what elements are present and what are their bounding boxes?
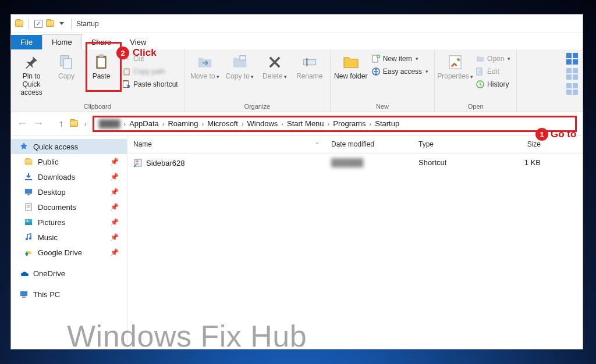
sidebar-item-downloads[interactable]: Downloads 📌 [11, 169, 127, 184]
column-header-name[interactable]: Name⌃ [127, 135, 325, 153]
tab-view[interactable]: View [120, 35, 155, 49]
svg-point-13 [375, 69, 377, 71]
nav-forward-button[interactable]: → [33, 117, 44, 130]
chevron-right-icon[interactable]: › [124, 120, 126, 127]
delete-button[interactable]: Delete▾ [258, 51, 292, 81]
copy-to-label: Copy to▾ [226, 73, 254, 81]
column-header-size[interactable]: Size [500, 135, 547, 153]
chevron-right-icon[interactable]: › [328, 120, 330, 127]
file-row[interactable]: Sidebar628 ██████ Shortcut 1 KB [127, 154, 583, 172]
column-header-type[interactable]: Type [413, 135, 500, 153]
new-folder-label: New folder [334, 73, 367, 81]
qat-dropdown-icon[interactable] [57, 19, 66, 28]
copy-path-icon: 📋 [122, 67, 131, 76]
ribbon-group-open: Properties▾ Open▾ Edit [435, 49, 517, 112]
pin-icon [22, 53, 41, 72]
sidebar-item-google-drive[interactable]: Google Drive 📌 [11, 245, 127, 260]
layout-details-icon[interactable] [566, 68, 578, 80]
edit-label: Edit [487, 67, 499, 76]
svg-rect-18 [25, 189, 32, 194]
sidebar-item-documents[interactable]: Documents 📌 [11, 199, 127, 215]
chevron-right-icon[interactable]: › [370, 120, 372, 127]
nav-back-button[interactable]: ← [17, 117, 27, 130]
breadcrumb-programs[interactable]: Programs [331, 119, 368, 128]
chevron-right-icon[interactable]: › [201, 120, 204, 127]
folder-qat-icon[interactable] [45, 19, 55, 28]
chevron-right-icon[interactable]: › [242, 120, 244, 127]
sidebar-item-pictures[interactable]: Pictures 📌 [11, 215, 127, 230]
paste-shortcut-button[interactable]: Paste shortcut [119, 78, 180, 90]
shortcut-icon [133, 158, 143, 167]
open-group-label: Open [468, 102, 484, 112]
chevron-right-icon[interactable]: › [162, 120, 165, 127]
tab-home[interactable]: Home [42, 34, 82, 49]
move-to-icon [196, 53, 214, 72]
chevron-right-icon[interactable]: › [84, 120, 87, 127]
new-folder-icon [342, 53, 360, 72]
properties-qat-icon[interactable]: ✓ [34, 19, 43, 28]
pin-to-quick-access-button[interactable]: Pin to Quick access [15, 51, 48, 97]
ribbon: Pin to Quick access Copy Paste ✂ [11, 49, 583, 112]
sidebar-item-public[interactable]: Public 📌 [11, 154, 127, 169]
svg-rect-6 [123, 81, 128, 87]
tab-file[interactable]: File [11, 35, 42, 49]
breadcrumb-user[interactable]: ████ [97, 119, 123, 128]
edit-button[interactable]: Edit [473, 66, 513, 77]
easy-access-icon [371, 67, 381, 76]
history-button[interactable]: History [473, 78, 513, 90]
chevron-right-icon[interactable]: › [281, 120, 283, 127]
sidebar-this-pc[interactable]: This PC [11, 287, 127, 302]
breadcrumb-startmenu[interactable]: Start Menu [285, 119, 327, 128]
pin-icon: 📌 [110, 188, 119, 196]
copy-label: Copy [58, 73, 74, 81]
breadcrumb-startup[interactable]: Startup [372, 119, 402, 128]
layout-content-icon[interactable] [566, 83, 578, 95]
sidebar-item-label: Downloads [38, 173, 75, 181]
open-button[interactable]: Open▾ [473, 53, 513, 65]
breadcrumb-microsoft[interactable]: Microsoft [205, 119, 240, 128]
separator [29, 19, 29, 29]
layout-preview-icon[interactable] [566, 53, 578, 65]
pin-icon: 📌 [110, 203, 119, 211]
copy-path-button[interactable]: 📋 Copy path [119, 66, 180, 77]
properties-button[interactable]: Properties▾ [438, 51, 472, 81]
delete-icon [265, 53, 284, 72]
move-to-button[interactable]: Move to▾ [188, 51, 222, 81]
sidebar-onedrive[interactable]: OneDrive [11, 266, 127, 281]
new-folder-button[interactable]: New folder [334, 51, 368, 81]
sidebar-item-music[interactable]: Music 📌 [11, 230, 127, 245]
sidebar-item-label: Quick access [33, 142, 78, 151]
breadcrumb-roaming[interactable]: Roaming [165, 119, 200, 128]
sidebar-quick-access[interactable]: Quick access [11, 139, 127, 154]
pictures-icon [24, 217, 33, 227]
breadcrumb[interactable]: ████ › AppData › Roaming › Microsoft › W… [93, 116, 577, 132]
delete-label: Delete▾ [262, 73, 287, 81]
paste-label: Paste [93, 73, 111, 81]
file-date: ██████ [325, 157, 413, 169]
svg-rect-27 [20, 291, 27, 296]
sidebar-item-desktop[interactable]: Desktop 📌 [11, 184, 127, 199]
nav-up-button[interactable]: ↑ [59, 119, 63, 129]
rename-button[interactable]: Rename [293, 51, 327, 81]
svg-rect-30 [136, 160, 139, 162]
downloads-icon [24, 172, 33, 181]
breadcrumb-appdata[interactable]: AppData [127, 119, 161, 128]
clipboard-group-label: Clipboard [84, 102, 111, 112]
tab-share[interactable]: Share [82, 35, 121, 49]
easy-access-button[interactable]: Easy access▾ [369, 66, 431, 77]
folder-icon [15, 19, 24, 28]
copy-button[interactable]: Copy [49, 51, 83, 81]
easy-access-label: Easy access [383, 67, 422, 76]
new-item-button[interactable]: New item▾ [369, 53, 431, 65]
svg-point-26 [29, 237, 31, 240]
cut-button[interactable]: ✂ Cut [119, 53, 180, 65]
folder-icon [24, 157, 33, 166]
copy-to-button[interactable]: Copy to▾ [223, 51, 257, 81]
sidebar-item-label: Public [38, 158, 58, 166]
sidebar-item-label: Google Drive [38, 248, 82, 257]
paste-button[interactable]: Paste [84, 51, 118, 81]
sidebar-item-label: OneDrive [33, 269, 65, 278]
file-size: 1 KB [500, 157, 547, 169]
breadcrumb-windows[interactable]: Windows [245, 119, 281, 128]
column-header-date[interactable]: Date modified [325, 135, 413, 153]
